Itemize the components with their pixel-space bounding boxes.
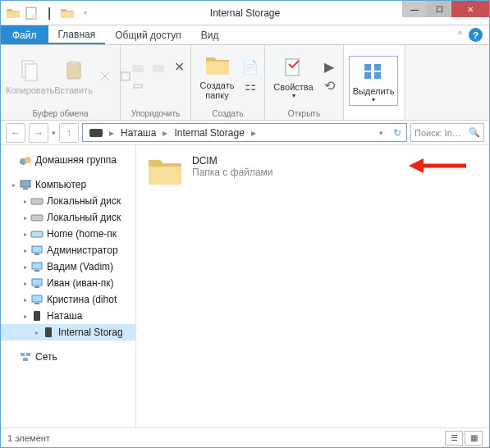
new-folder-button[interactable]: Создать папку [196, 53, 238, 100]
status-bar: 1 элемент ☰ ▦ [1, 427, 489, 447]
tab-share[interactable]: Общий доступ [105, 25, 191, 44]
svg-rect-23 [32, 263, 42, 269]
breadcrumb-dropdown-icon[interactable]: ▾ [374, 129, 388, 137]
tree-item[interactable]: ▸Internal Storag [1, 324, 135, 341]
tab-home[interactable]: Главная [48, 25, 106, 44]
ribbon-tabs: Файл Главная Общий доступ Вид ^ ? [1, 25, 489, 45]
refresh-icon[interactable]: ↻ [388, 127, 406, 139]
tree-item[interactable]: ▸Локальный диск [1, 209, 135, 226]
address-bar-row: ← → ▾ ↑ ▸ Наташа ▸ Internal Storage ▸ ▾ … [1, 121, 489, 145]
svg-rect-18 [31, 199, 43, 204]
back-button[interactable]: ← [6, 123, 25, 143]
tree-item-label: Вадим (Vadim) [47, 261, 113, 272]
breadcrumb-seg-0[interactable]: Наташа [117, 127, 159, 139]
svg-rect-33 [23, 358, 28, 361]
window-controls: — ☐ ✕ [402, 1, 489, 25]
maximize-button[interactable]: ☐ [427, 1, 451, 17]
svg-rect-17 [23, 188, 28, 190]
chevron-right-icon[interactable]: ▸ [24, 263, 27, 271]
ribbon-group-create: Создать папку 📄 ⚏ Создать [191, 45, 265, 120]
group-label-clipboard: Буфер обмена [1, 107, 120, 120]
easy-access-icon[interactable]: ⚏ [241, 78, 259, 94]
chevron-right-icon[interactable]: ▸ [24, 296, 27, 304]
tree-item-label: Домашняя группа [35, 154, 117, 166]
navigation-tree: ▸Домашняя группа▸Компьютер▸Локальный дис… [1, 145, 136, 427]
chevron-right-icon[interactable]: ▸ [35, 329, 39, 336]
svg-rect-22 [34, 254, 39, 255]
svg-rect-7 [134, 85, 142, 88]
tab-view[interactable]: Вид [191, 25, 229, 44]
open-icon[interactable]: ▶ [320, 59, 338, 75]
up-button[interactable]: ↑ [59, 123, 79, 143]
tree-item-label: Сеть [35, 351, 57, 363]
delete-icon[interactable]: ✕ [170, 59, 188, 75]
copy-button[interactable]: Копировать [6, 57, 54, 95]
tree-item[interactable]: ▸Домашняя группа [1, 152, 135, 168]
tree-item[interactable]: ▸Кристина (dihot [1, 291, 135, 308]
svg-point-15 [25, 157, 31, 163]
folder-icon[interactable] [6, 6, 21, 21]
chevron-right-icon[interactable]: ▸ [24, 231, 27, 238]
qat-separator: | [42, 6, 57, 21]
netfolder-icon [30, 277, 44, 290]
breadcrumb-seg-1[interactable]: Internal Storage [171, 127, 247, 139]
recent-locations-icon[interactable]: ▾ [52, 129, 56, 137]
chevron-right-icon[interactable]: ▸ [24, 214, 27, 222]
chevron-right-icon[interactable]: ▸ [24, 280, 27, 287]
tree-item[interactable]: ▸Компьютер [1, 176, 135, 193]
tree-item[interactable]: ▸Администратор [1, 242, 135, 258]
paste-button[interactable]: Вставить [54, 57, 93, 95]
minimize-button[interactable]: — [402, 1, 427, 17]
netdrive-icon [30, 227, 44, 240]
new-item-icon[interactable]: 📄 [241, 59, 259, 75]
search-input[interactable]: Поиск: In… 🔍 [410, 123, 484, 142]
tree-item[interactable]: ▸Наташа [1, 308, 135, 324]
ribbon-group-clipboard: Копировать Вставить Буфер обмена [1, 45, 121, 120]
view-details-button[interactable]: ☰ [445, 431, 463, 446]
svg-rect-26 [34, 286, 39, 288]
content-pane[interactable]: DCIM Папка с файлами [136, 145, 489, 427]
tree-item[interactable]: ▸Сеть [1, 349, 135, 365]
move-icon[interactable] [129, 59, 147, 75]
group-label-organize: Упорядочить [121, 107, 190, 120]
copy-label: Копировать [6, 85, 54, 95]
svg-rect-12 [374, 72, 381, 79]
group-label-select [344, 117, 405, 120]
forward-button[interactable]: → [29, 123, 48, 143]
select-button[interactable]: Выделить ▾ [349, 56, 398, 106]
chevron-down-icon[interactable]: ▾ [78, 6, 93, 21]
rename-icon[interactable] [129, 78, 147, 94]
quick-access-toolbar: | ▾ [1, 6, 93, 21]
close-button[interactable]: ✕ [451, 1, 489, 17]
chevron-right-icon[interactable]: ▸ [24, 313, 27, 320]
history-icon[interactable]: ⟲ [320, 78, 338, 94]
copy-to-icon[interactable] [149, 59, 167, 75]
breadcrumb[interactable]: ▸ Наташа ▸ Internal Storage ▸ ▾ ↻ [82, 123, 407, 142]
tree-item[interactable]: ▸Вадим (Vadim) [1, 258, 135, 275]
homegroup-icon [19, 153, 32, 167]
netfolder-icon [30, 244, 44, 257]
svg-rect-16 [21, 181, 30, 187]
svg-rect-19 [31, 215, 43, 221]
group-label-create: Создать [191, 107, 264, 120]
netfolder-icon [30, 293, 44, 306]
chevron-right-icon[interactable]: ▸ [24, 198, 27, 205]
properties-button[interactable]: Свойства ▾ [270, 54, 317, 99]
help-icon[interactable]: ? [469, 28, 483, 42]
svg-rect-3 [25, 64, 37, 80]
chevron-right-icon[interactable]: ▸ [12, 181, 16, 189]
ribbon-toggle-icon[interactable]: ^ [458, 30, 462, 39]
new-doc-icon[interactable] [24, 6, 39, 21]
tree-item-label: Локальный диск [47, 212, 121, 223]
view-large-button[interactable]: ▦ [465, 431, 483, 446]
svg-rect-9 [364, 64, 371, 71]
chevron-right-icon[interactable]: ▸ [24, 247, 27, 254]
open-folder-icon[interactable] [60, 6, 75, 21]
explorer-window: | ▾ Internal Storage — ☐ ✕ Файл Главная … [0, 0, 490, 448]
tree-item[interactable]: ▸Home (home-пк [1, 226, 135, 242]
tree-item[interactable]: ▸Иван (иван-пк) [1, 275, 135, 291]
cut-icon[interactable] [96, 68, 114, 85]
tree-item[interactable]: ▸Локальный диск [1, 193, 135, 209]
file-tab[interactable]: Файл [1, 25, 48, 44]
body: ▸Домашняя группа▸Компьютер▸Локальный дис… [1, 145, 489, 427]
